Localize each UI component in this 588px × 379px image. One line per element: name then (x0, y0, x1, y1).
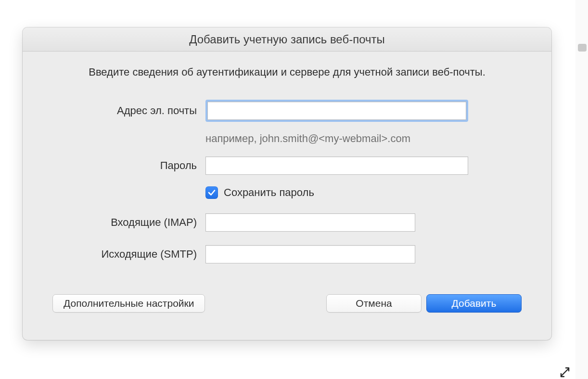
page-viewport: Добавить учетную запись веб-почты Введит… (0, 0, 575, 379)
cancel-button[interactable]: Отмена (326, 294, 422, 313)
advanced-settings-button[interactable]: Дополнительные настройки (52, 294, 205, 313)
smtp-input[interactable] (205, 245, 415, 263)
smtp-field-wrap (205, 244, 522, 264)
check-icon (207, 188, 216, 197)
imap-field-wrap (205, 212, 522, 233)
password-input[interactable] (205, 157, 468, 175)
imap-label: Входящие (IMAP) (52, 216, 197, 229)
dialog-title: Добавить учетную запись веб-почты (23, 27, 551, 52)
email-hint: например, john.smith@<my-webmail>.com (205, 132, 522, 145)
save-password-row: Сохранить пароль (205, 186, 522, 199)
vertical-scrollbar-track[interactable] (575, 0, 588, 379)
dialog-body: Введите сведения об аутентификации и сер… (23, 52, 551, 326)
smtp-label: Исходящие (SMTP) (52, 248, 197, 261)
add-webmail-dialog: Добавить учетную запись веб-почты Введит… (23, 27, 551, 340)
password-label: Пароль (52, 159, 197, 172)
email-label: Адрес эл. почты (52, 105, 197, 117)
account-form: Адрес эл. почты например, john.smith@<my… (52, 100, 522, 264)
dialog-intro: Введите сведения об аутентификации и сер… (52, 66, 522, 78)
email-focus-ring (205, 100, 468, 122)
email-field-wrap (205, 100, 522, 122)
vertical-scrollbar-thumb[interactable] (578, 44, 587, 52)
add-button[interactable]: Добавить (426, 294, 522, 313)
imap-input[interactable] (205, 213, 415, 232)
password-field-wrap (205, 156, 522, 176)
dialog-button-bar: Дополнительные настройки Отмена Добавить (52, 294, 522, 313)
save-password-checkbox[interactable] (205, 186, 218, 199)
email-input[interactable] (207, 102, 466, 120)
save-password-label: Сохранить пароль (224, 186, 314, 199)
resize-handle-icon[interactable] (559, 366, 571, 378)
